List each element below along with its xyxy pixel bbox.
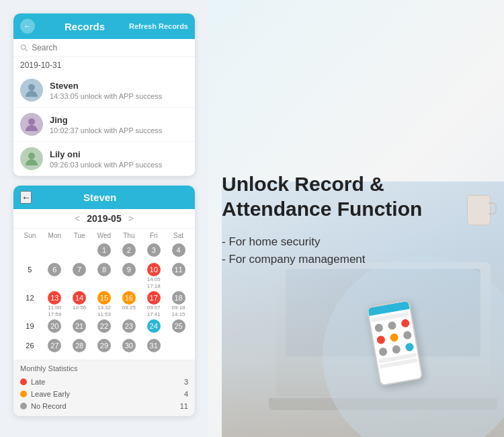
cal-day-20[interactable]: 20 — [42, 319, 67, 337]
date-group-label: 2019-10-31 — [13, 57, 195, 73]
cal-day-empty — [42, 243, 67, 262]
cal-day-30[interactable]: 30 — [116, 338, 141, 357]
cal-day-8[interactable]: 8 — [92, 262, 117, 290]
cal-day-25[interactable]: 25 — [166, 319, 191, 337]
stats-row-leave-early: Leave Early 4 — [20, 388, 188, 400]
left-panel: ← Records Refresh Records 2019-10-31 Ste… — [0, 0, 208, 437]
stat-late-label: Late — [20, 378, 45, 386]
stat-leave-label: Leave Early — [20, 390, 70, 398]
refresh-button[interactable]: Refresh Records — [129, 22, 188, 30]
cal-day-7[interactable]: 7 — [67, 262, 92, 290]
weekday-mon: Mon — [42, 230, 67, 241]
features-list: - For home security - For company manage… — [222, 235, 484, 266]
calendar-back-button[interactable]: ← — [20, 191, 32, 204]
records-title: Records — [40, 21, 129, 32]
cal-day-23[interactable]: 23 — [116, 319, 141, 337]
svg-point-3 — [28, 118, 35, 125]
record-info: Lily oni 09:26:03 unlock with APP succes… — [50, 149, 162, 169]
cal-week-row: 1 2 3 4 — [17, 243, 191, 262]
svg-point-4 — [28, 153, 35, 159]
cal-day-9[interactable]: 9 — [116, 262, 141, 290]
record-info: Jing 10:02:37 unlock with APP success — [50, 115, 162, 134]
svg-point-0 — [21, 45, 26, 50]
cal-day-27[interactable]: 27 — [42, 338, 67, 357]
list-item: Steven 14:33:05 unlock with APP success — [13, 73, 195, 108]
cal-day-6[interactable]: 6 — [42, 262, 67, 290]
cal-day-1[interactable]: 1 — [92, 243, 117, 262]
cal-day-22[interactable]: 22 — [92, 319, 117, 337]
headline-line2: Attendance Function — [222, 198, 422, 220]
search-bar — [13, 39, 195, 57]
records-card: ← Records Refresh Records 2019-10-31 Ste… — [13, 13, 195, 176]
feature-item-1: - For home security — [222, 235, 484, 249]
stats-row-late: Late 3 — [20, 376, 188, 388]
list-item: Jing 10:02:37 unlock with APP success — [13, 108, 195, 142]
cal-day-19[interactable]: 19 — [17, 319, 42, 337]
cal-day-5[interactable]: 5 — [17, 262, 42, 290]
cal-day-18[interactable]: 18 09:1814:15 — [166, 290, 191, 318]
calendar-grid: Sun Mon Tue Wed Thu Fri Sat 1 2 3 4 — [13, 229, 195, 360]
cal-day-3[interactable]: 3 — [141, 243, 166, 262]
cal-day-26[interactable]: 26 — [17, 338, 42, 357]
cal-day-28[interactable]: 28 — [67, 338, 92, 357]
back-icon: ← — [24, 22, 32, 31]
cal-day-24[interactable]: 24 — [141, 319, 166, 337]
hands-background — [222, 249, 504, 437]
cal-week-row: 12 13 11:0017:59 14 10:56 15 13:3211:53 — [17, 290, 191, 318]
cal-week-row: 19 20 21 22 23 24 25 — [17, 319, 191, 337]
svg-line-1 — [25, 49, 27, 51]
cal-day-17[interactable]: 17 09:0717:41 — [141, 290, 166, 318]
cal-day-21[interactable]: 21 — [67, 319, 92, 337]
cal-day-13[interactable]: 13 11:0017:59 — [42, 290, 67, 318]
weekday-sun: Sun — [17, 230, 42, 241]
search-icon — [20, 44, 28, 52]
cal-day-2[interactable]: 2 — [116, 243, 141, 262]
cal-week-row: 5 6 7 8 9 10 14:0517:18 11 — [17, 262, 191, 290]
record-time: 14:33:05 unlock with APP success — [50, 92, 162, 100]
monthly-statistics: Monthly Statistics Late 3 Leave Early 4 … — [13, 360, 195, 416]
stat-leave-text: Leave Early — [31, 390, 70, 398]
cal-day-11[interactable]: 11 — [166, 262, 191, 290]
avatar — [20, 147, 43, 170]
stat-norecord-dot — [20, 403, 27, 409]
weekday-tue: Tue — [67, 230, 92, 241]
stat-late-text: Late — [31, 378, 45, 386]
cal-week-row: 26 27 28 29 30 31 — [17, 338, 191, 357]
record-name: Jing — [50, 115, 162, 125]
feature-item-2: - For company management — [222, 253, 484, 266]
headline: Unlock Record & Attendance Function — [222, 171, 484, 222]
stat-late-count: 3 — [184, 378, 188, 386]
stat-leave-dot — [20, 391, 27, 397]
record-info: Steven 14:33:05 unlock with APP success — [50, 81, 162, 100]
cal-day-10[interactable]: 10 14:0517:18 — [141, 262, 166, 290]
records-back-button[interactable]: ← — [20, 19, 35, 34]
cal-day-16[interactable]: 16 09:25 — [116, 290, 141, 318]
stats-row-no-record: No Record 11 — [20, 400, 188, 412]
cal-day-31[interactable]: 31 — [141, 338, 166, 357]
month-navigation: < 2019-05 > — [13, 209, 195, 229]
mini-phone-content — [369, 309, 419, 371]
cal-day-29[interactable]: 29 — [92, 338, 117, 357]
next-month-button[interactable]: > — [122, 213, 140, 224]
month-label: 2019-05 — [87, 213, 121, 224]
svg-point-2 — [28, 84, 35, 91]
list-item: Lily oni 09:26:03 unlock with APP succes… — [13, 142, 195, 176]
weekday-fri: Fri — [141, 230, 166, 241]
prev-month-button[interactable]: < — [68, 213, 87, 224]
headline-line1: Unlock Record & — [222, 173, 384, 195]
stat-norecord-label: No Record — [20, 402, 67, 410]
cal-day-4[interactable]: 4 — [166, 243, 191, 262]
avatar — [20, 113, 43, 136]
statistics-title: Monthly Statistics — [20, 364, 188, 372]
stat-late-dot — [20, 379, 27, 385]
records-header: ← Records Refresh Records — [13, 13, 195, 39]
week-header: Sun Mon Tue Wed Thu Fri Sat — [17, 230, 191, 241]
coffee-cup — [467, 195, 491, 225]
search-input[interactable] — [32, 43, 188, 52]
record-time: 09:26:03 unlock with APP success — [50, 161, 162, 169]
cal-day-12[interactable]: 12 — [17, 290, 42, 318]
cal-day-14[interactable]: 14 10:56 — [67, 290, 92, 318]
mini-phone — [366, 299, 423, 386]
cal-day-15[interactable]: 15 13:3211:53 — [92, 290, 117, 318]
cal-day-empty — [67, 243, 92, 262]
